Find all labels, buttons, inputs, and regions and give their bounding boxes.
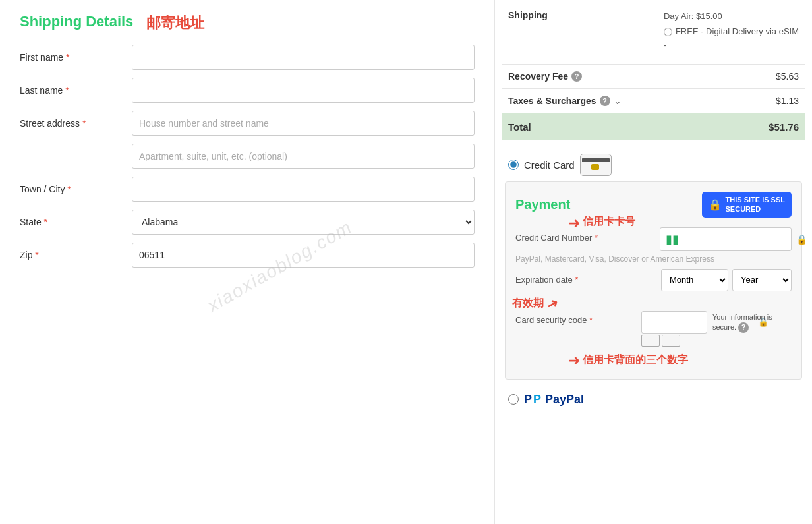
month-select[interactable]: Month JanuaryFebruaryMarch AprilMayJune … <box>661 269 728 291</box>
first-name-label: First name * <box>20 52 132 63</box>
taxes-help-icon[interactable]: ? <box>600 96 610 106</box>
street-address-label: Street address * <box>20 118 132 129</box>
zip-label: Zip * <box>20 250 132 260</box>
paypal-radio[interactable] <box>508 394 519 405</box>
cvv-input-wrap[interactable]: 🔒 <box>641 311 707 334</box>
shipping-title: Shipping Details <box>20 13 133 30</box>
cvv-cards <box>641 335 707 347</box>
year-select[interactable]: Year 202420252026 2027202820292030 <box>732 269 792 291</box>
chinese-title: 邮寄地址 <box>146 13 204 33</box>
payment-box: Payment 🔒 THIS SITE IS SSL SECURED Credi… <box>505 181 802 379</box>
first-name-input[interactable] <box>132 45 475 70</box>
recovery-fee-value: $5.63 <box>776 71 799 82</box>
recovery-fee-help-icon[interactable]: ? <box>571 71 582 82</box>
secure-help-icon[interactable]: ? <box>738 322 749 333</box>
credit-card-label: Credit Card <box>524 160 575 171</box>
cvv-label: Card security code * <box>515 311 593 325</box>
taxes-chevron-icon[interactable]: ⌄ <box>614 96 622 106</box>
credit-card-icon <box>580 154 612 176</box>
taxes-value: $1.13 <box>776 96 799 106</box>
secure-text: Your information is secure. ? <box>712 312 792 333</box>
city-label: Town / City * <box>20 184 132 194</box>
cc-placeholder-text: PayPal, Mastercard, Visa, Discover or Am… <box>515 254 792 264</box>
shipping-options: Day Air: $15.00 FREE - Digital Delivery … <box>664 10 799 52</box>
total-value: $51.76 <box>768 121 799 132</box>
state-select[interactable]: Alabama Alaska Arizona <box>132 210 475 235</box>
state-label: State * <box>20 217 132 227</box>
mini-card-2 <box>662 335 680 347</box>
taxes-label: Taxes & Surcharges <box>508 96 596 106</box>
ssl-lock-icon: 🔒 <box>709 198 722 211</box>
apartment-input[interactable] <box>132 144 475 169</box>
payment-title: Payment <box>515 197 570 212</box>
ssl-badge: 🔒 THIS SITE IS SSL SECURED <box>702 192 792 217</box>
cc-number-annotation: 信用卡卡号 <box>583 215 635 229</box>
paypal-logo: PP PayPal <box>524 393 584 407</box>
last-name-input[interactable] <box>132 78 475 103</box>
last-name-label: Last name * <box>20 85 132 96</box>
cc-number-input-wrap[interactable]: ▮▮ 🔒 <box>660 227 792 251</box>
recovery-fee-label: Recovery Fee <box>508 71 568 82</box>
credit-card-radio[interactable] <box>508 160 519 170</box>
cvv-annotation: 信用卡背面的三个数字 <box>583 353 688 367</box>
zip-input[interactable] <box>132 243 475 268</box>
expiry-label: Expiration date * <box>515 275 578 285</box>
cvv-arrow: ➜ <box>568 352 580 369</box>
cc-number-arrow: ➜ <box>568 215 580 232</box>
expiry-annotation: 有效期 <box>512 297 544 310</box>
city-input[interactable] <box>132 177 475 202</box>
digital-delivery-radio[interactable] <box>664 28 672 36</box>
cc-number-input[interactable] <box>682 234 793 244</box>
cc-number-lock-icon: 🔒 <box>796 234 807 245</box>
shipping-label: Shipping <box>508 10 548 20</box>
mini-card-1 <box>641 335 660 347</box>
cc-card-input-icon: ▮▮ <box>666 232 679 247</box>
street-address-input[interactable] <box>132 111 475 136</box>
total-label: Total <box>508 121 531 132</box>
